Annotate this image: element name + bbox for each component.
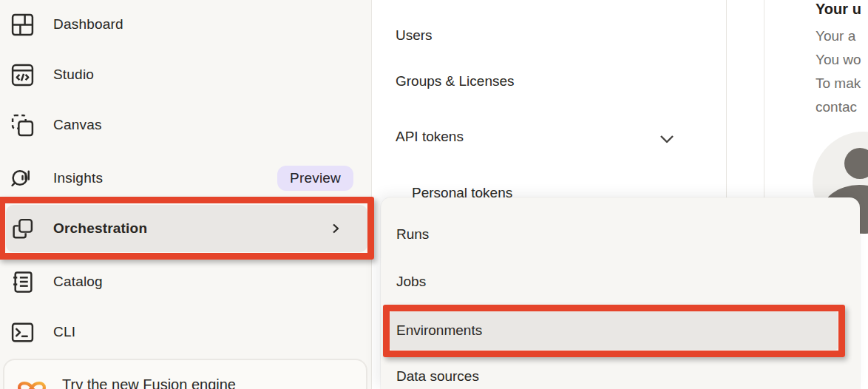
fusion-banner-label: Try the new Fusion engine [62,376,236,389]
settings-item-api-tokens[interactable]: API tokens [396,127,464,146]
sidebar-item-label: Catalog [53,274,103,290]
sidebar-item-insights[interactable]: Insights Preview [0,154,372,203]
sidebar-item-orchestration[interactable]: Orchestration [6,205,367,252]
orchestration-flyout-menu: Runs Jobs Environments Data sources [381,197,860,389]
chevron-right-icon [328,221,343,236]
cli-terminal-icon [10,320,35,345]
sidebar-item-label: CLI [53,324,75,340]
catalog-notebook-icon [10,270,35,294]
profile-body-text: Your a You wo To mak contac [816,24,861,119]
insights-magnifier-chart-icon [10,166,35,191]
sidebar-item-canvas[interactable]: Canvas [0,101,372,149]
dashboard-grid-icon [10,13,35,37]
profile-body-line: contac [816,95,861,119]
orchestration-overlapping-squares-icon [10,217,35,241]
profile-body-line: To mak [816,72,861,95]
sidebar-item-studio[interactable]: Studio [0,50,372,99]
sidebar-item-dashboard[interactable]: Dashboard [0,0,372,49]
fusion-infinity-icon [16,378,47,389]
sidebar-item-label: Insights [53,170,103,186]
canvas-squares-icon [10,113,35,138]
avatar-head-shape [844,148,868,179]
profile-heading: Your u [816,1,861,18]
sidebar-item-label: Orchestration [53,220,147,237]
app-window: Dashboard Studio Canvas [0,0,868,389]
fusion-engine-banner[interactable]: Try the new Fusion engine [3,359,367,389]
flyout-item-jobs[interactable]: Jobs [396,272,426,291]
sidebar-item-catalog[interactable]: Catalog [0,257,372,306]
main-sidebar: Dashboard Studio Canvas [0,0,372,389]
profile-body-line: You wo [816,48,861,72]
flyout-item-environments[interactable]: Environments [396,321,482,340]
settings-item-groups-licenses[interactable]: Groups & Licenses [396,72,515,91]
chevron-down-icon[interactable] [657,129,677,149]
studio-code-window-icon [10,63,35,87]
profile-body-line: Your a [816,24,861,48]
flyout-item-data-sources[interactable]: Data sources [396,367,479,386]
sidebar-item-cli[interactable]: CLI [0,308,372,356]
settings-item-users[interactable]: Users [396,26,433,45]
flyout-item-runs[interactable]: Runs [396,225,429,244]
sidebar-item-label: Dashboard [53,16,123,33]
sidebar-item-label: Studio [53,67,94,83]
sidebar-item-label: Canvas [53,117,102,133]
preview-badge: Preview [277,166,353,191]
